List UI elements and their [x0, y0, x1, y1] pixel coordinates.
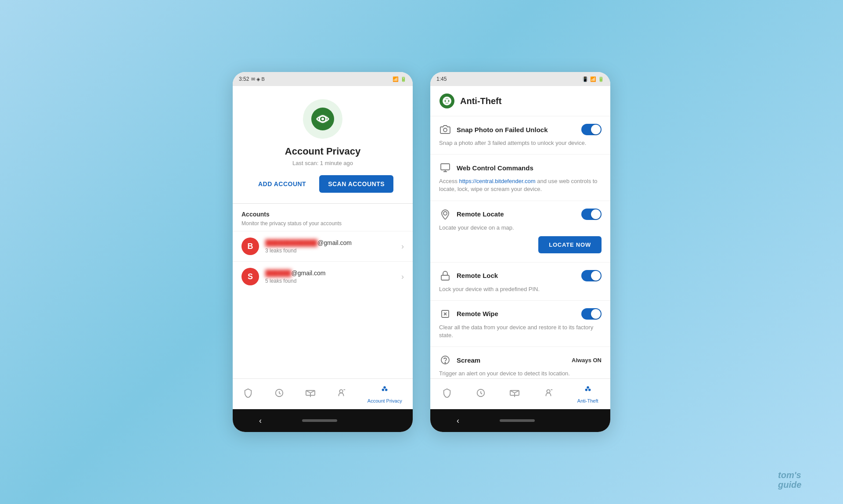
- email-domain-2: @gmail.com: [292, 270, 326, 277]
- nav-item-vpn-2[interactable]: [510, 388, 519, 400]
- at-feature-locate-left: Remote Locate: [439, 208, 504, 220]
- nav-label-privacy-1: Account Privacy: [367, 398, 402, 403]
- at-feature-scream-header: Scream Always ON: [439, 354, 602, 366]
- locate-now-button[interactable]: LOCATE NOW: [538, 236, 602, 253]
- home-pill-2[interactable]: [500, 419, 535, 422]
- email-domain-1: @gmail.com: [317, 239, 352, 246]
- nav-item-scan-1[interactable]: [274, 388, 284, 400]
- ap-subtitle: Last scan: 1 minute ago: [292, 160, 353, 166]
- remote-wipe-name: Remote Wipe: [457, 310, 498, 317]
- time-1: 3:52: [239, 76, 249, 82]
- battery-icon-2: 🔋: [598, 76, 604, 82]
- svg-point-16: [443, 128, 447, 132]
- account-item-1[interactable]: B ████████████@gmail.com 3 leaks found ›: [233, 231, 413, 261]
- svg-point-18: [443, 212, 447, 215]
- remote-lock-toggle[interactable]: [581, 270, 602, 281]
- nav-item-antitheft-1[interactable]: [336, 388, 346, 400]
- snap-photo-desc: Snap a photo after 3 failed attempts to …: [439, 139, 602, 147]
- remote-wipe-toggle[interactable]: [581, 308, 602, 320]
- camera-icon: [439, 123, 451, 136]
- account-item-2[interactable]: S ██████@gmail.com 5 leaks found ›: [233, 261, 413, 292]
- svg-text:guide: guide: [778, 480, 801, 490]
- antitheft-nav-icon-2: [544, 388, 553, 400]
- remote-locate-toggle[interactable]: [581, 209, 602, 220]
- add-account-button[interactable]: ADD ACCOUNT: [252, 176, 312, 192]
- status-bar-1: 3:52 ✉ ◈ B 📶 🔋: [233, 72, 413, 86]
- scan-nav-icon-1: [274, 388, 284, 400]
- email-blur-2: ██████: [265, 270, 292, 277]
- svg-point-27: [585, 389, 587, 391]
- anti-theft-screen: Anti-Theft Snap Photo on Failed Unlock S: [430, 86, 610, 378]
- nav-item-privacy-1[interactable]: Account Privacy: [367, 385, 402, 403]
- account-info-2: ██████@gmail.com 5 leaks found: [265, 270, 401, 284]
- phone-anti-theft: 1:45 📳 📶 🔋: [430, 72, 610, 432]
- at-logo-icon: [439, 93, 455, 109]
- back-button-1[interactable]: ‹: [259, 416, 262, 425]
- web-control-name: Web Control Commands: [457, 164, 533, 172]
- web-control-link[interactable]: https://central.bitdefender.com: [459, 178, 536, 184]
- account-avatar-s: S: [241, 268, 259, 285]
- at-feature-scream-left: Scream: [439, 354, 480, 366]
- account-email-2: ██████@gmail.com: [265, 270, 401, 277]
- at-feature-snap: Snap Photo on Failed Unlock Snap a photo…: [430, 116, 610, 155]
- account-leaks-1: 3 leaks found: [265, 248, 401, 254]
- status-icons-1: ✉ ◈ B: [251, 76, 264, 82]
- wipe-icon: [439, 308, 451, 320]
- svg-point-4: [321, 118, 324, 120]
- account-avatar-b: B: [241, 238, 259, 255]
- at-feature-web: Web Control Commands Access https://cent…: [430, 155, 610, 201]
- svg-text:tom's: tom's: [778, 470, 801, 480]
- watermark-line1: tom's guide: [778, 468, 831, 492]
- at-feature-snap-left: Snap Photo on Failed Unlock: [439, 123, 548, 136]
- accounts-header: Accounts: [233, 204, 413, 220]
- vpn-nav-icon-1: [306, 388, 315, 400]
- at-title: Anti-Theft: [460, 96, 501, 106]
- at-feature-lock-left: Remote Lock: [439, 270, 498, 282]
- nav-item-antitheft-active-2[interactable]: Anti-Theft: [577, 385, 598, 403]
- home-bar-2: ‹: [430, 409, 610, 432]
- svg-point-28: [589, 389, 591, 391]
- svg-rect-17: [441, 164, 450, 170]
- remote-wipe-desc: Clear all the data from your device and …: [439, 324, 602, 339]
- svg-point-7: [340, 390, 343, 393]
- chevron-icon-1: ›: [401, 242, 404, 251]
- scream-desc: Trigger an alert on your device to detec…: [439, 370, 602, 378]
- account-info-1: ████████████@gmail.com 3 leaks found: [265, 239, 401, 254]
- vibrate-icon-2: 📳: [582, 76, 588, 82]
- vpn-nav-icon-2: [510, 388, 519, 400]
- remote-locate-name: Remote Locate: [457, 210, 504, 218]
- status-bar-left-2: 1:45: [436, 76, 447, 82]
- nav-item-dashboard-1[interactable]: [243, 388, 253, 400]
- status-bar-2: 1:45 📳 📶 🔋: [430, 72, 610, 86]
- back-button-2[interactable]: ‹: [457, 416, 459, 425]
- screen-2: Anti-Theft Snap Photo on Failed Unlock S: [430, 86, 610, 378]
- at-feature-wipe-left: Remote Wipe: [439, 308, 498, 320]
- scan-nav-icon-2: [476, 388, 486, 400]
- at-feature-scream: Scream Always ON Trigger an alert on you…: [430, 347, 610, 378]
- status-bar-right-2: 📳 📶 🔋: [582, 76, 604, 82]
- nav-item-vpn-1[interactable]: [306, 388, 315, 400]
- nav-item-dashboard-2[interactable]: [442, 388, 452, 400]
- nav-item-antitheft-2[interactable]: [544, 388, 553, 400]
- email-blur-1: ████████████: [265, 239, 317, 246]
- phones-container: 3:52 ✉ ◈ B 📶 🔋: [233, 72, 610, 432]
- status-bar-left-1: 3:52 ✉ ◈ B: [239, 76, 265, 82]
- home-pill-1[interactable]: [302, 419, 337, 422]
- at-feature-wipe-header: Remote Wipe: [439, 308, 602, 320]
- bottom-nav-1: Account Privacy: [233, 378, 413, 409]
- account-privacy-screen: Account Privacy Last scan: 1 minute ago …: [233, 86, 413, 378]
- scan-accounts-button[interactable]: SCAN ACCOUNTS: [319, 175, 393, 193]
- at-feature-wipe: Remote Wipe Clear all the data from your…: [430, 301, 610, 347]
- svg-point-15: [446, 100, 448, 102]
- monitor-icon: [439, 162, 451, 174]
- ap-logo-circle: [303, 99, 342, 139]
- svg-point-25: [547, 390, 550, 393]
- snap-photo-name: Snap Photo on Failed Unlock: [457, 126, 548, 133]
- nav-item-scan-2[interactable]: [476, 388, 486, 400]
- svg-point-22: [445, 363, 446, 364]
- snap-photo-toggle[interactable]: [581, 124, 602, 135]
- home-bar-1: ‹: [233, 409, 413, 432]
- at-feature-web-header: Web Control Commands: [439, 162, 602, 174]
- ap-title: Account Privacy: [285, 146, 360, 157]
- bottom-nav-2: Anti-Theft: [430, 378, 610, 409]
